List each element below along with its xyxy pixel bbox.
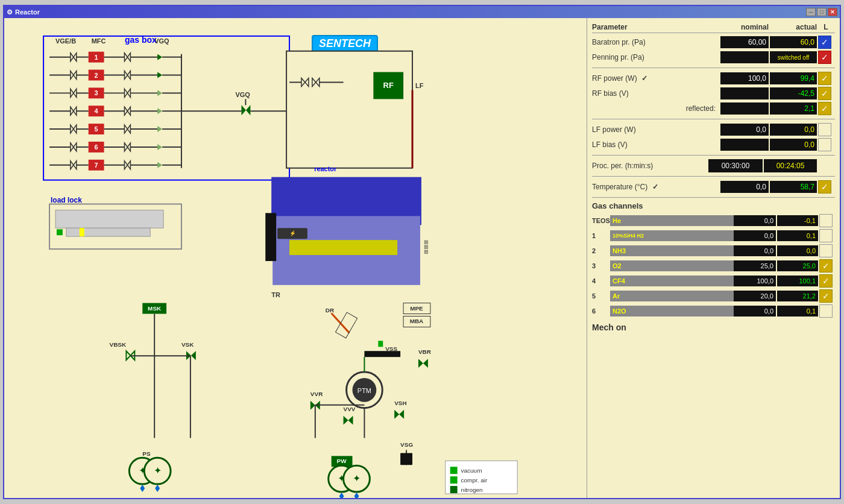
svg-text:reactor: reactor <box>314 165 337 172</box>
ch1-name: 10%SiH4 H2 <box>610 230 734 241</box>
divider-2 <box>592 119 835 119</box>
lf-bias-nominal <box>720 139 769 151</box>
ch4-status[interactable]: ✓ <box>819 274 833 288</box>
baratron-status[interactable]: ✓ <box>818 36 831 49</box>
teos-nominal: 0,0 <box>734 215 776 226</box>
svg-text:✦: ✦ <box>154 465 162 476</box>
maximize-button[interactable]: □ <box>817 8 827 16</box>
vge-b-label: VGE/B <box>55 37 76 45</box>
svg-rect-121 <box>403 303 430 314</box>
col-l-header: L <box>817 23 835 31</box>
svg-point-144 <box>329 465 355 492</box>
svg-marker-8 <box>157 54 162 60</box>
reflected-nominal <box>720 102 769 115</box>
svg-text:load lock: load lock <box>51 196 82 204</box>
svg-marker-26 <box>124 89 130 97</box>
svg-rect-90 <box>277 228 307 239</box>
ch4-name: CF4 <box>610 276 734 286</box>
svg-text:compr. air: compr. air <box>461 477 488 484</box>
ch1-nominal: 0,0 <box>734 230 776 241</box>
temperature-actual: 58,7 <box>770 181 817 193</box>
svg-rect-23 <box>89 87 104 98</box>
temperature-status[interactable]: ✓ <box>818 180 831 194</box>
baratron-actual: 60,0 <box>770 36 817 48</box>
sentech-logo: SENTECH <box>312 35 378 52</box>
ch2-status[interactable] <box>819 244 833 257</box>
ch5-status[interactable]: ✓ <box>819 289 833 303</box>
svg-text:VVV: VVV <box>344 406 356 412</box>
svg-rect-3 <box>89 52 104 63</box>
ch2-nominal: 0,0 <box>734 245 776 256</box>
svg-text:PW: PW <box>337 458 347 464</box>
gas-row-1: 1 10%SiH4 H2 0,0 0,1 <box>592 229 835 242</box>
divider-1 <box>592 68 835 68</box>
svg-text:VSK: VSK <box>181 341 194 348</box>
rf-bias-status[interactable]: ✓ <box>818 87 831 100</box>
svg-text:MBA: MBA <box>410 318 424 324</box>
reflected-row: reflected: 2,1 ✓ <box>592 102 835 115</box>
gas-row-5: 5 Ar 20,0 21,2 ✓ <box>592 289 835 303</box>
lf-bias-status[interactable] <box>818 138 831 151</box>
svg-point-114 <box>144 458 171 484</box>
svg-marker-138 <box>394 410 404 419</box>
svg-text:VBR: VBR <box>418 348 431 355</box>
rf-bias-label: RF bias (V) <box>592 89 720 98</box>
main-content: gas box SENTECH VGE/B MFC VGQ 1 <box>4 18 840 498</box>
temp-check-mark: ✓ <box>652 183 658 191</box>
penning-nominal <box>720 51 769 63</box>
svg-rect-126 <box>364 351 400 357</box>
ch6-status[interactable] <box>819 304 833 318</box>
svg-marker-48 <box>157 126 162 132</box>
ch6-nominal: 0,0 <box>734 306 776 317</box>
ch1-status[interactable] <box>819 229 833 242</box>
ch3-nominal: 25,0 <box>734 260 776 271</box>
svg-rect-94 <box>49 204 181 249</box>
close-button[interactable]: ✕ <box>828 8 837 16</box>
svg-marker-31 <box>71 107 77 115</box>
teos-channel-label: TEOS <box>592 217 610 224</box>
svg-rect-100 <box>265 213 276 261</box>
svg-text:DR: DR <box>326 307 334 313</box>
svg-marker-72 <box>241 105 250 115</box>
svg-marker-61 <box>71 161 77 169</box>
rf-check-mark: ✓ <box>641 74 647 83</box>
temperature-label: Temperature (°C) ✓ <box>592 183 720 191</box>
svg-marker-21 <box>71 89 77 97</box>
rf-power-status[interactable]: ✓ <box>818 72 831 85</box>
reflected-status[interactable]: ✓ <box>818 102 831 115</box>
window-title: Reactor <box>15 8 40 16</box>
svg-marker-106 <box>186 351 196 360</box>
rf-bias-actual: -42,5 <box>770 87 817 99</box>
svg-marker-58 <box>157 144 162 150</box>
lf-power-status[interactable] <box>818 123 831 136</box>
svg-rect-77 <box>286 51 412 168</box>
svg-marker-56 <box>124 143 130 151</box>
svg-text:1: 1 <box>95 54 98 61</box>
baratron-nominal: 60,00 <box>720 36 769 48</box>
teos-status[interactable] <box>819 214 833 227</box>
svg-rect-33 <box>89 106 104 116</box>
gas-row-4: 4 CF4 100,0 100,1 ✓ <box>592 274 835 288</box>
minimize-button[interactable]: ─ <box>806 8 816 16</box>
rf-bias-nominal <box>720 87 769 99</box>
svg-marker-149 <box>354 493 359 498</box>
svg-marker-136 <box>344 416 353 425</box>
right-panel: Parameter nominal actual L Baratron pr. … <box>587 18 840 498</box>
gas-row-teos: TEOS He 0,0 -0,1 <box>592 214 835 227</box>
svg-text:7: 7 <box>95 162 98 169</box>
ch6-channel-label: 6 <box>592 307 610 315</box>
svg-text:VVR: VVR <box>310 391 323 397</box>
svg-point-146 <box>344 465 370 492</box>
ch3-status[interactable]: ✓ <box>819 259 833 272</box>
svg-rect-89 <box>289 240 397 255</box>
svg-marker-148 <box>339 493 344 498</box>
svg-rect-88 <box>272 216 420 285</box>
ch1-channel-label: 1 <box>592 232 610 239</box>
mfc-label: MFC <box>92 37 106 45</box>
ch5-actual: 21,2 <box>777 291 818 301</box>
ch3-name: O2 <box>610 260 734 271</box>
penning-status[interactable]: ✓ <box>818 51 831 64</box>
divider-5 <box>592 197 835 198</box>
svg-marker-104 <box>126 351 134 360</box>
svg-rect-87 <box>271 177 421 225</box>
